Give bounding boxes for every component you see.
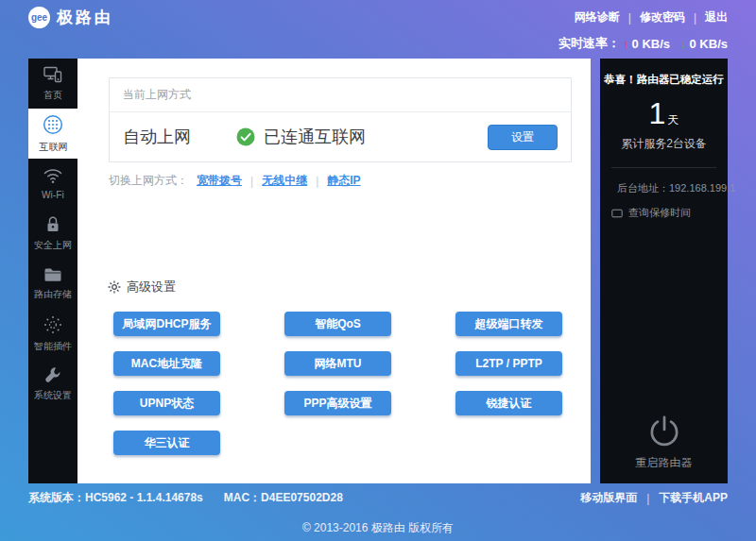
l2tp-pptp-button[interactable]: L2TP / PPTP — [455, 351, 562, 376]
admin-address-text: 后台地址：192.168.199.1 — [617, 181, 735, 195]
qos-button[interactable]: 智能QoS — [284, 312, 391, 336]
check-circle-icon — [236, 127, 255, 146]
internet-icon — [43, 114, 63, 135]
advanced-settings-title: 高级设置 — [127, 279, 176, 296]
static-ip-link[interactable]: 静态IP — [327, 173, 360, 189]
card-body: 自动上网 已连通互联网 设置 — [110, 112, 571, 161]
upload-arrow-icon: ↑ — [623, 37, 629, 51]
port-forward-button[interactable]: 超级端口转发 — [455, 312, 562, 336]
gear-icon — [108, 280, 121, 294]
brand-title: 极路由 — [57, 7, 113, 28]
left-sidebar: 首页 互联网 Wi-Fi — [28, 59, 77, 483]
realtime-speed: 实时速率： ↑ 0 KB/s ↓ 0 KB/s — [558, 35, 728, 52]
mac-clone-button[interactable]: MAC地址克隆 — [113, 351, 220, 376]
sidebar-filler — [28, 409, 77, 483]
dhcp-button[interactable]: 局域网DHCP服务 — [113, 312, 220, 336]
sidebar-item-label: 路由存储 — [34, 287, 72, 300]
sidebar-item-label: 智能插件 — [34, 339, 72, 352]
logout-link[interactable]: 退出 — [705, 9, 728, 25]
connection-status-text: 已连通互联网 — [264, 126, 366, 148]
sidebar-item-label: 首页 — [43, 88, 62, 101]
sidebar-item-internet[interactable]: 互联网 — [28, 109, 77, 159]
advanced-settings-header: 高级设置 — [108, 279, 591, 296]
sidebar-item-label: 互联网 — [39, 140, 67, 153]
separator: | — [628, 11, 631, 25]
home-icon — [43, 66, 62, 83]
folder-icon — [43, 267, 62, 282]
connection-mode: 自动上网 — [123, 126, 191, 148]
ruijie-auth-button[interactable]: 锐捷认证 — [455, 391, 562, 415]
ppp-advanced-button[interactable]: PPP高级设置 — [284, 391, 391, 415]
card-title: 当前上网方式 — [110, 78, 571, 112]
lock-icon — [45, 215, 60, 233]
wireless-relay-link[interactable]: 无线中继 — [262, 173, 307, 189]
download-arrow-icon: ↓ — [680, 37, 687, 51]
mobile-version-link[interactable]: 移动版界面 — [580, 490, 637, 506]
card-icon — [611, 208, 623, 219]
brand-logo: gee 极路由 — [28, 7, 113, 28]
sidebar-item-security[interactable]: 安全上网 — [28, 209, 77, 259]
reboot-router-button[interactable]: 重启路由器 — [600, 412, 728, 471]
reboot-router-label: 重启路由器 — [636, 456, 693, 469]
mtu-button[interactable]: 网络MTU — [284, 351, 391, 376]
wifi-icon — [43, 167, 63, 184]
network-diagnose-link[interactable]: 网络诊断 — [575, 9, 620, 25]
sidebar-item-plugins[interactable]: 智能插件 — [28, 309, 77, 359]
served-devices-text: 累计服务2台设备 — [600, 136, 728, 152]
plugin-icon — [43, 315, 62, 334]
bottom-info-row: 系统版本：HC5962 - 1.1.4.14678s MAC：D4EE07502… — [28, 490, 728, 506]
mac-address-text: MAC：D4EE07502D28 — [224, 490, 343, 506]
sidebar-item-home[interactable]: 首页 — [28, 59, 77, 109]
topbar-links: 网络诊断 | 修改密码 | 退出 — [575, 9, 728, 25]
switch-mode-label: 切换上网方式： — [109, 173, 188, 189]
pppoe-link[interactable]: 宽带拨号 — [197, 173, 242, 189]
system-version-text: 系统版本：HC5962 - 1.1.4.14678s — [28, 490, 203, 506]
change-password-link[interactable]: 修改密码 — [640, 9, 685, 25]
connection-status: 已连通互联网 — [236, 126, 366, 148]
content-frame: 首页 互联网 Wi-Fi — [28, 59, 728, 483]
mobile-links: 移动版界面 | 下载手机APP — [580, 490, 728, 506]
sidebar-item-wifi[interactable]: Wi-Fi — [28, 159, 77, 209]
congrats-text: 恭喜！路由器已稳定运行 — [600, 73, 728, 87]
sidebar-item-label: 安全上网 — [34, 239, 72, 252]
connection-card: 当前上网方式 自动上网 已连通互联网 设置 — [109, 77, 572, 162]
system-info: 系统版本：HC5962 - 1.1.4.14678s MAC：D4EE07502… — [28, 490, 343, 506]
status-panel: 恭喜！路由器已稳定运行 1天 累计服务2台设备 后台地址：192.168.199… — [600, 59, 728, 483]
panel-divider — [611, 167, 716, 168]
h3c-auth-button[interactable]: 华三认证 — [113, 431, 220, 455]
wrench-icon — [44, 366, 61, 383]
sidebar-item-system[interactable]: 系统设置 — [28, 359, 77, 409]
upnp-button[interactable]: UPNP状态 — [113, 391, 220, 415]
warranty-row[interactable]: 查询保修时间 — [611, 206, 722, 220]
separator: | — [694, 11, 696, 25]
uptime-unit: 天 — [667, 113, 679, 127]
admin-address-row: 后台地址：192.168.199.1 — [611, 181, 722, 195]
warranty-text: 查询保修时间 — [628, 206, 691, 220]
uptime: 1天 — [600, 96, 728, 131]
separator: | — [250, 175, 253, 188]
copyright-text: © 2013-2016 极路由 版权所有 — [0, 520, 756, 536]
download-app-link[interactable]: 下载手机APP — [659, 490, 728, 506]
uptime-value: 1 — [649, 96, 666, 130]
settings-button[interactable]: 设置 — [488, 125, 558, 150]
switch-mode-row: 切换上网方式： 宽带拨号 | 无线中继 | 静态IP — [109, 173, 591, 189]
sidebar-item-label: Wi-Fi — [42, 189, 64, 199]
main-content: 当前上网方式 自动上网 已连通互联网 设置 切换上网方式： 宽带拨号 | 无线中… — [77, 59, 591, 483]
advanced-buttons-grid: 局域网DHCP服务 智能QoS 超级端口转发 MAC地址克隆 网络MTU L2T… — [113, 312, 591, 455]
sidebar-item-label: 系统设置 — [34, 388, 72, 401]
sidebar-item-storage[interactable]: 路由存储 — [28, 259, 77, 309]
gee-logo-icon: gee — [28, 7, 50, 28]
separator: | — [646, 492, 649, 505]
upload-speed-value: 0 KB/s — [632, 37, 670, 51]
power-icon — [644, 412, 684, 451]
separator: | — [316, 175, 318, 188]
download-speed-value: 0 KB/s — [690, 37, 728, 51]
speed-label: 实时速率： — [558, 35, 620, 52]
